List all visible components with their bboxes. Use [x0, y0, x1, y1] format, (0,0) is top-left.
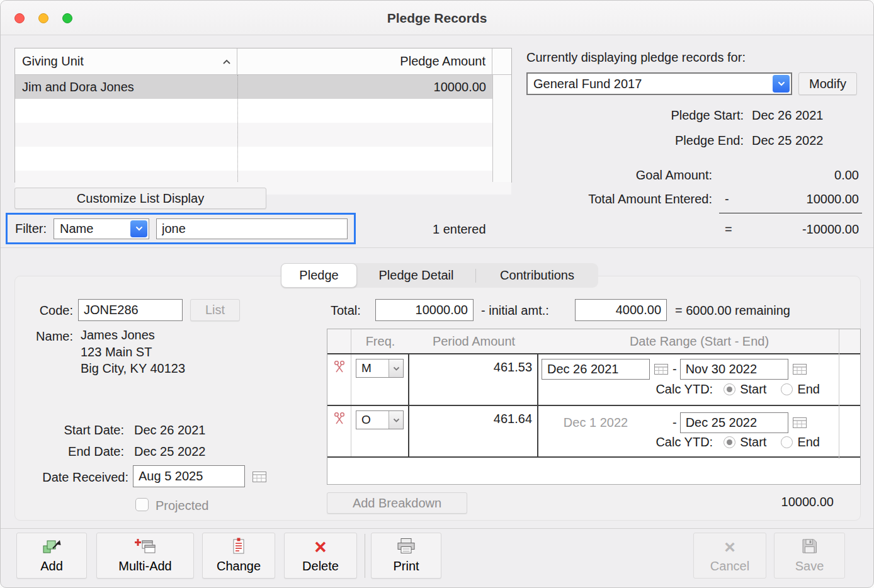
cancel-button[interactable]: × Cancel [693, 533, 766, 579]
header-scroll-corner [492, 48, 511, 74]
total-entered-label: Total Amount Entered: [526, 192, 712, 206]
row-action-column-header [327, 329, 351, 353]
end-date-label: End Date: [26, 444, 124, 459]
scissors-icon[interactable] [334, 361, 345, 405]
period-amount-cell: 461.53 [409, 354, 538, 405]
breakdown-header: Freq. Period Amount Date Range (Start - … [327, 329, 860, 354]
table-right-divider [839, 329, 839, 459]
calc-ytd-end-radio[interactable] [781, 436, 793, 448]
filter-value-input[interactable] [156, 218, 348, 239]
equals-sign: = [725, 222, 732, 237]
calc-ytd-label: Calc YTD: [656, 382, 713, 397]
print-icon [396, 538, 416, 557]
projected-checkbox[interactable] [135, 498, 149, 511]
cancel-label: Cancel [710, 559, 749, 573]
pledge-amount-column-header[interactable]: Pledge Amount [237, 48, 492, 74]
add-button[interactable]: Add [16, 533, 87, 579]
date-range-column-header: Date Range (Start - End) [538, 329, 860, 353]
giving-unit-name: Jim and Dora Jones [15, 80, 237, 94]
list-header: Giving Unit Pledge Amount [15, 48, 511, 75]
calc-ytd-row: Calc YTD: Start End [538, 382, 860, 397]
add-breakdown-button[interactable]: Add Breakdown [327, 492, 467, 514]
tab-contributions[interactable]: Contributions [476, 263, 598, 288]
remaining-text: = 6000.00 remaining [675, 303, 790, 318]
range-dash: - [673, 416, 677, 430]
freq-dropdown[interactable]: M [356, 359, 404, 378]
customize-list-display-button[interactable]: Customize List Display [14, 188, 266, 209]
range-start-static: Dec 1 2022 [542, 416, 650, 430]
freq-column-header: Freq. [351, 329, 409, 353]
total-input[interactable] [375, 299, 474, 321]
pledge-end-label: Pledge End: [526, 133, 744, 148]
calc-ytd-end-label: End [797, 435, 820, 449]
fund-dropdown[interactable]: General Fund 2017 [526, 72, 792, 95]
goal-amount-value: 0.00 [758, 168, 859, 183]
subtraction-line [719, 213, 862, 213]
change-icon [231, 538, 246, 557]
freq-value: O [361, 413, 371, 427]
calc-ytd-start-radio[interactable] [724, 436, 735, 448]
filter-label: Filter: [15, 222, 47, 236]
empty-list-row [15, 99, 511, 123]
period-amount-column-header: Period Amount [409, 329, 538, 353]
tab-pledge[interactable]: Pledge [281, 263, 357, 288]
section-divider [1, 247, 873, 248]
fund-heading: Currently displaying pledge records for: [526, 50, 746, 65]
list-button[interactable]: List [190, 299, 240, 321]
breakdown-table: Freq. Period Amount Date Range (Start - … [327, 329, 861, 485]
scissors-icon[interactable] [334, 412, 345, 456]
balance-value: -10000.00 [752, 222, 859, 237]
breakdown-row: M 461.53 - [327, 354, 860, 406]
code-input[interactable] [78, 299, 183, 321]
toolbar-separator [365, 534, 365, 578]
add-label: Add [40, 559, 63, 573]
calc-ytd-end-label: End [797, 382, 820, 397]
giving-unit-list-panel: Giving Unit Pledge Amount Jim and Dora J… [14, 48, 512, 183]
change-button[interactable]: Change [202, 533, 275, 579]
date-range-inputs: - [542, 359, 808, 380]
name-line: James Jones [81, 327, 185, 344]
calendar-picker-icon[interactable] [792, 417, 808, 429]
calc-ytd-start-radio[interactable] [724, 383, 735, 395]
print-button[interactable]: Print [371, 533, 441, 579]
delete-button[interactable]: × Delete [284, 533, 357, 579]
freq-dropdown[interactable]: O [356, 410, 404, 429]
calendar-picker-icon[interactable] [792, 363, 808, 376]
range-start-input[interactable] [542, 359, 650, 380]
date-range-cell: - Calc YTD: Start End [538, 354, 860, 405]
calc-ytd-row: Calc YTD: Start End [538, 435, 860, 449]
delete-x-icon: × [314, 538, 326, 557]
calc-ytd-end-radio[interactable] [781, 383, 793, 395]
list-scrollbar[interactable] [492, 75, 511, 182]
sort-ascending-icon [222, 59, 232, 65]
filter-field-dropdown[interactable]: Name [54, 218, 149, 239]
initial-amount-input[interactable] [575, 299, 667, 321]
empty-list-row [15, 123, 511, 147]
window-title: Pledge Records [1, 1, 873, 35]
date-received-input[interactable] [133, 465, 245, 487]
calendar-picker-icon[interactable] [251, 470, 268, 483]
start-date-value: Dec 26 2021 [134, 423, 205, 438]
multi-add-button[interactable]: Multi-Add [96, 533, 194, 579]
total-entered-value: 10000.00 [758, 192, 859, 206]
giving-unit-row-selected[interactable]: Jim and Dora Jones 10000.00 [15, 75, 511, 99]
multi-add-icon [135, 538, 156, 557]
delete-label: Delete [302, 559, 339, 573]
pledge-start-value: Dec 26 2021 [752, 108, 823, 123]
pledge-records-window: Pledge Records Giving Unit Pledge Amount… [0, 0, 874, 588]
projected-label: Projected [156, 499, 209, 513]
name-label: Name: [26, 329, 73, 344]
calendar-placeholder [653, 417, 669, 429]
save-label: Save [795, 559, 824, 573]
calendar-picker-icon[interactable] [653, 363, 669, 376]
save-button[interactable]: Save [774, 533, 845, 579]
modify-button[interactable]: Modify [798, 72, 857, 95]
giving-unit-column-header[interactable]: Giving Unit [15, 48, 237, 74]
calc-ytd-label: Calc YTD: [656, 435, 713, 449]
empty-list-row [15, 147, 511, 171]
column-divider [237, 75, 238, 182]
range-end-input[interactable] [680, 359, 788, 380]
fund-dropdown-value: General Fund 2017 [533, 77, 642, 91]
tab-pledge-detail[interactable]: Pledge Detail [357, 263, 475, 288]
range-end-input[interactable] [680, 412, 788, 433]
